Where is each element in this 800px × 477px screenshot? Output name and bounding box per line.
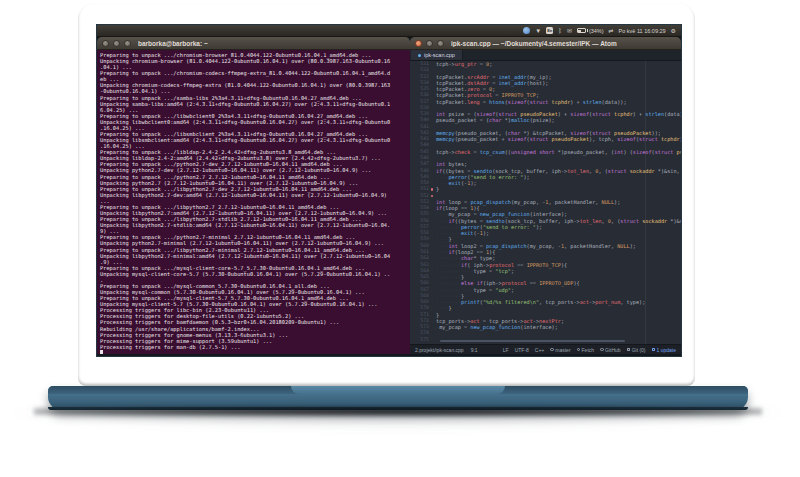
editor-gutter: 5315325335345355365375385395405415425435… xyxy=(410,61,434,344)
fetch-icon xyxy=(577,348,581,352)
line-number: 575 xyxy=(410,337,429,343)
software-update-icon[interactable] xyxy=(523,27,530,34)
terminal-line: Unpacking python2.7-dev (2.7.12-1ubuntu0… xyxy=(100,167,410,173)
code-editor[interactable]: 5315325335345355365375385395405415425435… xyxy=(410,61,681,344)
terminal-close-button[interactable] xyxy=(102,40,109,47)
atom-tab-bar: ipk-scan.cpp xyxy=(410,50,681,61)
horizontal-scrollbar[interactable] xyxy=(440,340,625,342)
network-sync-icon[interactable]: ⇄ xyxy=(609,28,614,34)
status-grammar[interactable]: C++ xyxy=(535,347,544,353)
terminal-line: Unpacking samba-libs:amd64 (2:4.3.11+dfs… xyxy=(100,101,410,107)
terminal-body[interactable]: Preparing to unpack .../chromium-browser… xyxy=(97,50,410,354)
terminal-window: barborka@barborka: ~ Preparing to unpack… xyxy=(97,37,410,354)
atom-status-bar: 2.projekt/ipk-scan.cpp 9:1 LF UTF-8 C++ … xyxy=(410,344,681,354)
status-fetch[interactable]: Fetch xyxy=(577,347,595,353)
status-update-available[interactable]: 1 update xyxy=(652,347,676,353)
atom-maximize-button[interactable] xyxy=(437,40,444,47)
status-file-path[interactable]: 2.projekt/ipk-scan.cpp xyxy=(415,347,464,353)
status-line-ending[interactable]: LF xyxy=(503,347,509,353)
terminal-minimize-button[interactable] xyxy=(113,40,120,47)
terminal-line: Unpacking libpython2.7-minimal:amd64 (2.… xyxy=(100,253,410,259)
branch-icon xyxy=(550,348,554,352)
terminal-line: Unpacking libwbclient0:amd64 (2:4.3.11+d… xyxy=(100,119,410,125)
atom-minimize-button[interactable] xyxy=(426,40,433,47)
terminal-line: Unpacking mysql-client-core-5.7 (5.7.30-… xyxy=(100,271,410,277)
clock[interactable]: Po kvě 11 16:09:29 xyxy=(619,28,666,34)
status-git-branch[interactable]: master xyxy=(550,347,570,353)
file-type-icon xyxy=(418,54,421,57)
desktop-windows: barborka@barborka: ~ Preparing to unpack… xyxy=(97,37,681,356)
battery-icon xyxy=(577,28,586,33)
github-icon xyxy=(600,348,604,352)
terminal-titlebar[interactable]: barborka@barborka: ~ xyxy=(97,37,410,50)
battery-tip xyxy=(587,29,588,32)
status-encoding[interactable]: UTF-8 xyxy=(515,347,529,353)
tab-label: ipk-scan.cpp xyxy=(424,52,455,58)
terminal-line: Preparing to unpack .../mysql-client-cor… xyxy=(100,265,410,271)
terminal-maximize-button[interactable] xyxy=(124,40,131,47)
terminal-line: Unpacking libpython2.7-dev:amd64 (2.7.12… xyxy=(100,192,410,198)
terminal-line: Preparing to unpack .../libpython2.7-min… xyxy=(100,247,410,253)
keyboard-layout-indicator[interactable]: En xyxy=(546,27,553,34)
wrap-guide xyxy=(645,61,646,344)
laptop-shadow xyxy=(34,407,762,416)
laptop-mockup: ▼ En ᛒ ✉ (34%) ⇄ Po kvě 11 16:09:29 ⚙ xyxy=(0,0,800,477)
status-git-changes[interactable]: Git (0) xyxy=(627,347,646,353)
system-top-panel: ▼ En ᛒ ✉ (34%) ⇄ Po kvě 11 16:09:29 ⚙ xyxy=(97,25,681,37)
tab-ipk-scan[interactable]: ipk-scan.cpp xyxy=(411,50,463,60)
mail-icon[interactable]: ✉ xyxy=(567,28,572,34)
atom-title: ipk-scan.cpp — ~/Dokumenty/4.semester/IP… xyxy=(448,40,617,47)
terminal-line: Unpacking chromium-browser (81.0.4044.12… xyxy=(100,58,410,64)
status-github[interactable]: GitHub xyxy=(600,347,621,353)
atom-close-button[interactable] xyxy=(415,40,422,47)
terminal-cursor xyxy=(100,350,103,354)
session-gear-icon[interactable]: ⚙ xyxy=(671,28,676,34)
battery-indicator[interactable]: (34%) xyxy=(577,28,604,34)
terminal-title: barborka@barborka: ~ xyxy=(135,40,208,47)
status-cursor-position[interactable]: 9:1 xyxy=(471,347,478,353)
editor-code[interactable]: tcph->urg_ptr = 0; tcpPacket.srcAddr = i… xyxy=(434,61,681,344)
screen-display: ▼ En ᛒ ✉ (34%) ⇄ Po kvě 11 16:09:29 ⚙ xyxy=(97,25,681,356)
terminal-line: Preparing to unpack .../chromium-codecs-… xyxy=(100,70,410,76)
lint-error-icon xyxy=(431,195,434,198)
terminal-line: Preparing to unpack .../libwbclient0_2%3… xyxy=(100,113,410,119)
volume-icon[interactable]: ▼ xyxy=(535,28,541,34)
git-icon xyxy=(627,348,631,352)
laptop-lid-scoop xyxy=(291,386,505,394)
terminal-lines: Preparing to unpack .../chromium-browser… xyxy=(100,52,410,354)
terminal-line: Unpacking libsmbclient:amd64 (2:4.3.11+d… xyxy=(100,137,410,143)
atom-titlebar[interactable]: ipk-scan.cpp — ~/Dokumenty/4.semester/IP… xyxy=(410,37,681,50)
bluetooth-icon[interactable]: ᛒ xyxy=(558,28,562,34)
laptop-screen-bezel: ▼ En ᛒ ✉ (34%) ⇄ Po kvě 11 16:09:29 ⚙ xyxy=(78,3,695,386)
update-icon xyxy=(652,348,656,352)
terminal-line: Unpacking python2.7-minimal (2.7.12-1ubu… xyxy=(100,240,410,246)
battery-percent: (34%) xyxy=(589,28,604,34)
atom-window: ipk-scan.cpp — ~/Dokumenty/4.semester/IP… xyxy=(410,37,681,354)
lint-error-icon xyxy=(431,188,434,191)
terminal-line: Unpacking libpython2.7-stdlib:amd64 (2.7… xyxy=(100,222,410,228)
